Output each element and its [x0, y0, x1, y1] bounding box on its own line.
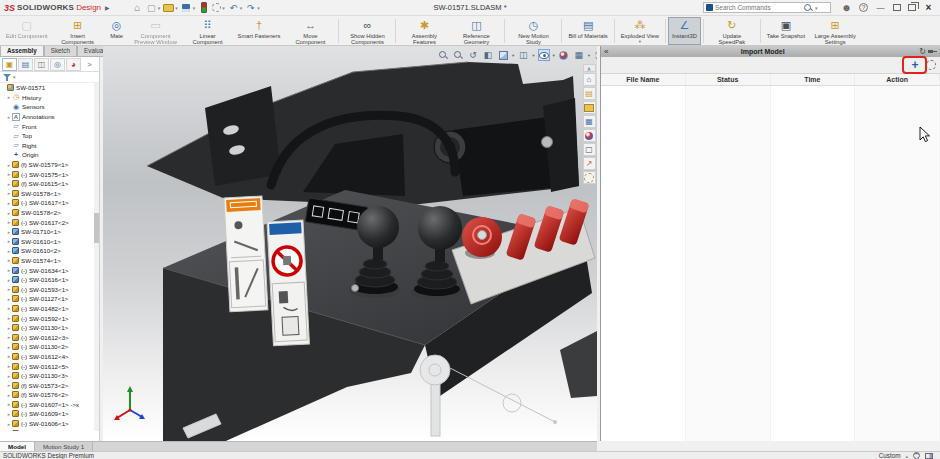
tree-item[interactable]: ▸(-) SW-01606<1>: [0, 419, 99, 429]
assembly-features-button[interactable]: ✱Assembly Features▾: [398, 17, 450, 45]
minimize-icon[interactable]: [875, 2, 886, 13]
move-component-button[interactable]: ↔Move Component▾: [284, 17, 336, 45]
save-button[interactable]: ▾: [181, 2, 196, 13]
previous-view-button[interactable]: ↺: [467, 49, 479, 61]
tree-item[interactable]: ▸(-) SW-01593<1>: [0, 284, 99, 294]
options-gear-button[interactable]: ▾: [212, 3, 225, 12]
view-palette-tab[interactable]: [583, 115, 596, 128]
tree-item[interactable]: ▸(-) SW-01575<1>: [0, 169, 99, 179]
tree-item[interactable]: Origin: [0, 150, 99, 160]
filter-icon[interactable]: [3, 73, 11, 81]
forum-tab[interactable]: [583, 157, 596, 170]
tree-item[interactable]: ▸SW-01610<1>: [0, 237, 99, 247]
tree-item[interactable]: ▸History: [0, 93, 99, 103]
tree-item[interactable]: ▸(-) SW-01592<1>: [0, 313, 99, 323]
pin-icon[interactable]: [928, 48, 937, 56]
options-gear-caret-icon[interactable]: ▾: [222, 5, 225, 11]
appearances-tab[interactable]: [583, 129, 596, 142]
large-assembly-settings-button[interactable]: ⊞Large Assembly Settings: [809, 17, 861, 45]
undo-caret-icon[interactable]: ▾: [240, 5, 243, 11]
view-orientation-button[interactable]: [497, 49, 509, 61]
section-view-button[interactable]: ◧: [482, 49, 494, 61]
new-document-button[interactable]: ▾: [146, 2, 161, 13]
bill-of-materials-button[interactable]: ▤Bill of Materials: [564, 17, 611, 45]
tab-sketch[interactable]: Sketch: [44, 46, 77, 57]
graphics-viewport[interactable]: ↺◧▾◫▾▾▦▾▾« ∧: [103, 46, 597, 441]
new-document-caret-icon[interactable]: ▾: [158, 5, 161, 11]
tree-item[interactable]: ▸(f) SW-01579<1>: [0, 160, 99, 170]
tree-item[interactable]: ▸SW-01610<2>: [0, 246, 99, 256]
search-icon[interactable]: [803, 3, 813, 13]
tree-item[interactable]: ▸(-) SW-01130<3>: [0, 371, 99, 381]
reference-geometry-button[interactable]: ◫Reference Geometry▾: [450, 17, 502, 45]
exploded-view-button[interactable]: ⁂Exploded View▾: [617, 17, 663, 45]
redo-button[interactable]: ▾: [245, 2, 260, 13]
display-style-caret-icon[interactable]: ▾: [532, 53, 534, 58]
tree-item[interactable]: ▸(-) SW-01612<5>: [0, 361, 99, 371]
design-checker-button[interactable]: [198, 2, 209, 13]
linear-component-pattern-button[interactable]: ⠿Linear Component Pattern▾: [182, 17, 234, 45]
tree-scrollbar[interactable]: [94, 83, 99, 431]
tree-item[interactable]: ▸(-) SW-01130<2>: [0, 342, 99, 352]
tree-item[interactable]: ▸(-) SW-01634<1>: [0, 265, 99, 275]
instant3d-button[interactable]: ∠Instant3D: [668, 17, 701, 45]
tree-item[interactable]: ▸(-) SW-01617<1>: [0, 198, 99, 208]
resources-tab[interactable]: [583, 73, 596, 86]
view-settings-button[interactable]: [593, 49, 597, 61]
apply-scene-button[interactable]: ▦: [573, 49, 585, 61]
import-settings-gear-icon[interactable]: [926, 60, 936, 70]
hide-show-items-caret-icon[interactable]: ▾: [553, 53, 555, 58]
tree-item[interactable]: SW-01571: [0, 83, 99, 93]
hide-show-items-button[interactable]: [538, 49, 550, 61]
settings-tab[interactable]: [583, 171, 596, 184]
help-icon[interactable]: ?: [859, 3, 868, 12]
tree-item[interactable]: ▸(-) SW-01617<2>: [0, 217, 99, 227]
tree-item[interactable]: ▸(-) SW-01616<1>: [0, 275, 99, 285]
home-button[interactable]: [132, 2, 143, 13]
open-button[interactable]: ▾: [163, 2, 178, 13]
units-caret-icon[interactable]: ▴: [905, 453, 908, 459]
display-manager-tab[interactable]: [66, 58, 81, 71]
tree-item[interactable]: ▸(-) SW-01607<1> ->x: [0, 400, 99, 410]
tree-item[interactable]: ▸(-) SW-01612<4>: [0, 352, 99, 362]
edit-appearance-button[interactable]: [558, 49, 570, 61]
tree-item[interactable]: ▸(-) SW-01612<3>: [0, 332, 99, 342]
globe-icon[interactable]: [913, 452, 920, 459]
zoom-fit-button[interactable]: [437, 49, 449, 61]
panel-toggle-icon[interactable]: [925, 453, 933, 459]
dimxpert-manager-tab[interactable]: [50, 58, 65, 71]
save-caret-icon[interactable]: ▾: [193, 5, 196, 11]
tree-item[interactable]: ▸(f) SW-01576<2>: [0, 390, 99, 400]
show-hidden-components-button[interactable]: ∞Show Hidden Components: [341, 17, 393, 45]
tree-scrollbar-thumb[interactable]: [94, 213, 99, 243]
tree-item[interactable]: ▸(-) SW-01609<1>: [0, 409, 99, 419]
ribbon-caret-icon[interactable]: ▾: [639, 39, 641, 44]
restore-icon[interactable]: [908, 4, 916, 11]
tree-item[interactable]: Top: [0, 131, 99, 141]
tab-model[interactable]: Model: [0, 442, 35, 451]
tree-item[interactable]: ▸(f) SW-01597<2>: [0, 428, 99, 431]
feature-manager-tab[interactable]: [2, 58, 17, 71]
configuration-manager-tab[interactable]: [34, 58, 49, 71]
update-speedpak-subassemblies-button[interactable]: ↻Update SpeedPak Subassemblies: [706, 17, 758, 45]
assembly-3d-model[interactable]: [103, 46, 597, 441]
tree-item[interactable]: ▸SW-01710<1>: [0, 227, 99, 237]
tree-item[interactable]: ▸(f) SW-01573<2>: [0, 380, 99, 390]
tree-item[interactable]: ▸Annotations: [0, 112, 99, 122]
tab-assembly[interactable]: Assembly: [0, 46, 44, 57]
task-pane-collapse-icon[interactable]: ∧: [583, 64, 596, 72]
tree-item[interactable]: Front: [0, 121, 99, 131]
new-motion-study-button[interactable]: ◷New Motion Study: [507, 17, 559, 45]
tree-item[interactable]: Sensors: [0, 102, 99, 112]
custom-properties-tab[interactable]: [583, 143, 596, 156]
menu-expand-arrow[interactable]: ▶: [105, 4, 110, 11]
view-orientation-caret-icon[interactable]: ▾: [512, 53, 514, 58]
units-mode[interactable]: Custom: [879, 452, 901, 459]
take-snapshot-button[interactable]: ▣Take Snapshot: [763, 17, 809, 45]
zoom-area-button[interactable]: [452, 49, 464, 61]
insert-components-button[interactable]: ⊞Insert Components▾: [52, 17, 104, 45]
search-box[interactable]: ▾: [703, 2, 831, 13]
tree-item[interactable]: ▸(-) SW-01482<1>: [0, 304, 99, 314]
tree-item[interactable]: ▸(-) SW-01130<1>: [0, 323, 99, 333]
file-explorer-tab[interactable]: [583, 101, 596, 114]
